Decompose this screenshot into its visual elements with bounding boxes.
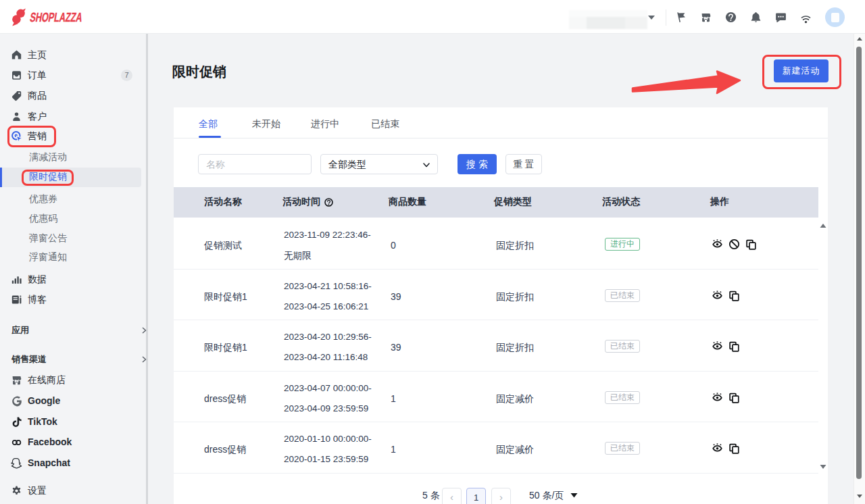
svg-text:SHOPLAZZA: SHOPLAZZA [29,10,84,24]
